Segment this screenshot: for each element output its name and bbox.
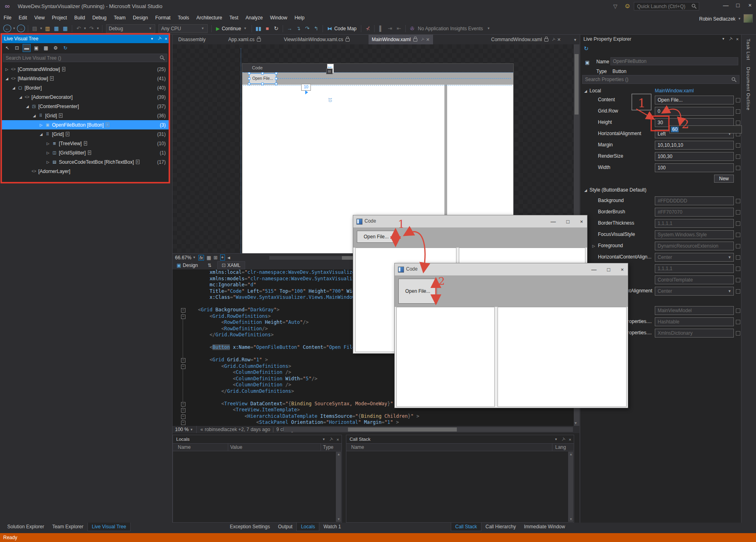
panel-tab-solution-explorer[interactable]: Solution Explorer — [3, 523, 48, 531]
menu-architecture[interactable]: Architecture — [193, 13, 226, 23]
live-visual-tree-search-input[interactable]: Search Live Visual Tree () — [3, 54, 167, 62]
property-checkbox[interactable] — [736, 267, 740, 271]
expander-icon[interactable]: ▷ — [45, 160, 51, 164]
swap-panes-icon[interactable]: ⇅ — [208, 263, 212, 268]
property-checkbox[interactable] — [736, 331, 740, 336]
show-next-statement-icon[interactable]: → — [286, 25, 293, 31]
expander-icon[interactable]: ◢ — [4, 77, 10, 81]
close-icon[interactable]: ✕ — [557, 37, 561, 42]
column-header-name[interactable]: Name — [351, 444, 364, 450]
tree-item[interactable]: ▷<>[CommandWindow]≡(25) — [1, 65, 170, 74]
menu-design[interactable]: Design — [129, 13, 152, 23]
maximize-button[interactable]: □ — [607, 267, 610, 273]
menu-team[interactable]: Team — [110, 13, 129, 23]
close-icon[interactable]: × — [736, 35, 739, 44]
bookmark-icon[interactable]: ▌ — [377, 25, 385, 31]
treeview-area[interactable] — [396, 307, 495, 407]
property-checkbox[interactable] — [736, 109, 740, 114]
column-header-type[interactable]: Type — [323, 444, 333, 450]
show-grid-icon[interactable]: ▦ — [206, 255, 211, 261]
chevron-down-icon[interactable]: ▼ — [728, 253, 731, 261]
property-checkbox[interactable] — [736, 98, 740, 102]
outline-collapse-icon[interactable]: − — [181, 408, 185, 413]
property-checkbox[interactable] — [736, 154, 740, 159]
tab-task-list[interactable]: Task List — [746, 39, 751, 60]
menu-tools[interactable]: Tools — [174, 13, 193, 23]
tab-xaml[interactable]: ⊡ XAML — [217, 261, 245, 269]
step-out-icon[interactable]: ↰ — [312, 25, 320, 31]
pin-icon[interactable]: ⊤ — [327, 435, 335, 444]
panel-tab-live-visual-tree[interactable]: Live Visual Tree — [87, 523, 131, 531]
property-value-field[interactable]: 100,30 — [655, 152, 734, 161]
notifications-filter-icon[interactable]: ▽ — [613, 3, 617, 9]
minimize-button[interactable]: — — [551, 219, 556, 225]
source-file-link[interactable]: MainWindow.xaml — [655, 88, 694, 94]
chevron-down-icon[interactable]: ▼ — [96, 27, 100, 30]
editor-horizontal-scrollbar[interactable] — [283, 427, 573, 432]
close-icon[interactable]: ✕ — [426, 37, 429, 42]
property-value-field[interactable]: MainViewModel — [655, 306, 734, 315]
property-value-field[interactable]: 1,1,1,1 — [655, 264, 734, 273]
property-checkbox[interactable] — [736, 166, 740, 170]
outline-collapse-icon[interactable]: − — [181, 365, 185, 369]
tree-item[interactable]: ◢⠿[Grid]≡(36) — [1, 111, 170, 120]
panel-tab-exception-settings[interactable]: Exception Settings — [226, 523, 274, 531]
open-file-button[interactable]: Open File... — [398, 279, 437, 304]
menu-help[interactable]: Help — [291, 13, 308, 23]
property-value-field[interactable]: Hashtable — [655, 317, 734, 326]
margin-adorner-left[interactable]: 10 — [301, 84, 311, 91]
tree-item[interactable]: ◢<>[MainWindow]≡(41) — [1, 74, 170, 83]
save-icon[interactable]: ▦ — [53, 25, 60, 31]
locals-scrollbar[interactable]: ▲▼ — [336, 452, 341, 522]
pin-icon[interactable]: ⊤ — [726, 34, 735, 43]
new-project-icon[interactable]: ▤ — [31, 25, 38, 31]
property-value-field[interactable]: 100 — [655, 163, 734, 172]
code-map-button[interactable]: ⧓Code Map — [327, 26, 356, 31]
minimize-button[interactable]: — — [720, 0, 731, 10]
display-layout-adorners-icon[interactable]: ▬ — [23, 44, 31, 52]
chevron-down-icon[interactable]: ▼ — [12, 27, 16, 30]
outline-collapse-icon[interactable]: − — [181, 421, 185, 425]
navigate-forward-icon[interactable]: → — [17, 25, 25, 32]
minimize-button[interactable]: — — [591, 267, 597, 273]
property-checkbox[interactable] — [736, 255, 740, 260]
locals-column-headers[interactable]: NameValueType — [173, 443, 342, 451]
property-value-field[interactable]: #FF707070 — [655, 208, 734, 217]
tree-item[interactable]: ◢◳[ContentPresenter](37) — [1, 102, 170, 111]
save-all-icon[interactable]: ▦ — [62, 25, 69, 31]
show-just-my-xaml-icon[interactable]: ▩ — [42, 44, 50, 52]
application-insights-button[interactable]: ✇No Application Insights Events▼ — [410, 26, 490, 31]
window-position-icon[interactable]: ▼ — [722, 35, 725, 44]
property-checkbox[interactable] — [736, 320, 740, 324]
expander-icon[interactable]: ◢ — [31, 114, 37, 118]
property-value-field[interactable]: #FFDDDDDD — [655, 196, 734, 205]
last-commit-info[interactable]: robinsedlaczek +2, 7 days ago — [205, 427, 270, 432]
scroll-left-icon[interactable]: ◀ — [227, 256, 230, 260]
property-value-field[interactable]: DynamicResourceExtension — [655, 242, 734, 250]
tree-item[interactable]: ◢▢[Border](40) — [1, 83, 170, 92]
document-badge-icon[interactable]: ≡ — [84, 141, 87, 146]
locals-title-bar[interactable]: Locals ▼ ⊤ × — [173, 435, 342, 443]
column-header-name[interactable]: Name — [178, 444, 191, 450]
chevron-down-icon[interactable]: ▼ — [40, 27, 43, 30]
call-stack-title-bar[interactable]: Call Stack ▼ ⊤ × — [346, 435, 574, 443]
tree-item[interactable]: ▷▣OpenFileButton [Button]≡(3) — [1, 120, 170, 129]
chevron-down-icon[interactable]: ▼ — [728, 287, 731, 295]
window-position-icon[interactable]: ▼ — [554, 436, 558, 444]
chevron-down-icon[interactable]: ▼ — [190, 428, 193, 432]
undo-icon[interactable]: ↶ — [75, 25, 82, 31]
pin-icon[interactable]: ⊤ — [155, 35, 164, 44]
panel-tab-call-stack[interactable]: Call Stack — [451, 523, 481, 531]
running-app-window-2[interactable]: Code — □ × Open File... — [394, 263, 628, 408]
indent-icon[interactable]: ⇥ — [386, 25, 394, 31]
panel-tab-immediate-window[interactable]: Immediate Window — [520, 523, 569, 531]
property-checkbox[interactable] — [736, 221, 740, 226]
expander-icon[interactable]: ◢ — [25, 104, 30, 108]
document-badge-icon[interactable]: ≡ — [136, 160, 140, 164]
menu-edit[interactable]: Edit — [15, 13, 31, 23]
close-button[interactable]: × — [621, 267, 624, 273]
menu-build[interactable]: Build — [71, 13, 89, 23]
toolbar-dropdown[interactable]: Any CPU▼ — [158, 24, 208, 33]
tab-document-outline[interactable]: Document Outline — [746, 67, 751, 110]
redo-icon[interactable]: ↷ — [88, 25, 95, 31]
